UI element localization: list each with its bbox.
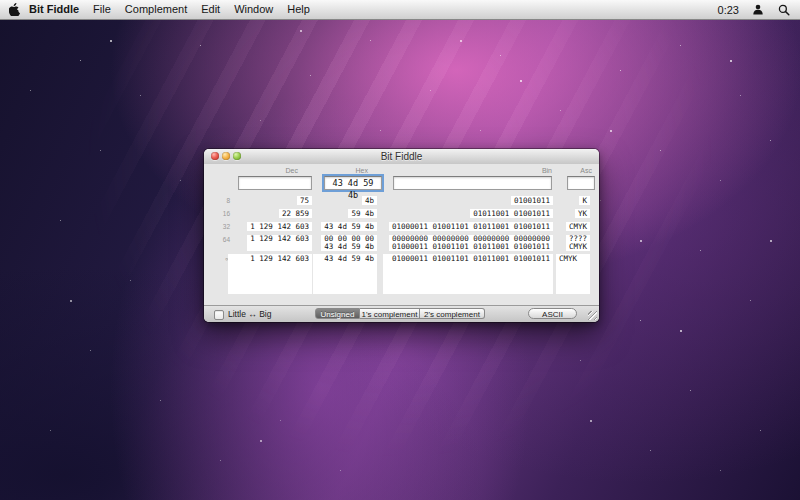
menu-edit[interactable]: Edit: [194, 0, 227, 19]
menu-bar: Bit Fiddle File Complement Edit Window H…: [0, 0, 800, 20]
little-big-checkbox[interactable]: [214, 310, 224, 320]
column-header-bin: Bin: [542, 167, 552, 174]
dec-value: 75: [297, 196, 312, 205]
bin-value: 01011001 01001011: [470, 209, 553, 218]
row-32bit: 32 1 129 142 603 43 4d 59 4b 01000011 01…: [204, 222, 599, 231]
segment-ones-complement[interactable]: 1's complement: [360, 308, 420, 319]
asc-value: CMYK: [556, 254, 590, 294]
dec-value: 1 129 142 603: [247, 235, 312, 251]
converter-panel: Dec Hex Bin Asc 43 4d 59 4b 8 75 4b 0100…: [204, 164, 599, 306]
bin-input[interactable]: [393, 176, 552, 190]
complement-segmented-control: Unsigned 1's complement 2's complement: [315, 308, 485, 319]
bin-value: 00000000 00000000 00000000 0000000001000…: [389, 235, 553, 251]
user-switch-icon[interactable]: [745, 3, 771, 16]
hex-value: 43 4d 59 4b: [321, 222, 377, 231]
apple-icon[interactable]: [9, 3, 20, 16]
window-controls: [211, 152, 241, 160]
row-label: 64: [204, 235, 230, 244]
hex-value: 00 00 00 0043 4d 59 4b: [321, 235, 377, 251]
bin-value: 01000011 01001101 01011001 01001011: [389, 222, 553, 231]
row-label: 8: [204, 196, 230, 205]
hex-value: 43 4d 59 4b: [313, 254, 377, 294]
bin-value: 01000011 01001101 01011001 01001011: [383, 254, 553, 294]
menu-file[interactable]: File: [86, 0, 118, 19]
asc-input[interactable]: [567, 176, 595, 190]
asc-value: K: [579, 196, 590, 205]
spotlight-search-icon[interactable]: [771, 4, 800, 16]
row-label: 32: [204, 222, 230, 231]
dec-value: 1 129 142 603: [247, 222, 312, 231]
hex-input[interactable]: 43 4d 59 4b: [324, 176, 382, 190]
row-16bit: 16 22 859 59 4b 01011001 01001011 YK: [204, 209, 599, 218]
ascii-button[interactable]: ASCII: [528, 308, 577, 319]
menu-complement[interactable]: Complement: [118, 0, 194, 19]
dec-input[interactable]: [238, 176, 312, 190]
asc-value: CMYK: [566, 222, 590, 231]
row-label: 16: [204, 209, 230, 218]
dec-value: 1 129 142 603: [228, 254, 312, 294]
asc-value: YK: [575, 209, 590, 218]
window-title: Bit Fiddle: [204, 149, 599, 164]
resize-grip[interactable]: [588, 311, 597, 320]
row-arbitrary: ∞ 1 129 142 603 43 4d 59 4b 01000011 010…: [204, 254, 599, 263]
row-8bit: 8 75 4b 01001011 K: [204, 196, 599, 205]
title-bar[interactable]: Bit Fiddle: [204, 149, 599, 165]
segment-twos-complement[interactable]: 2's complement: [420, 308, 485, 319]
menu-clock[interactable]: 0:23: [712, 4, 745, 16]
zoom-button[interactable]: [233, 152, 241, 160]
row-label: ∞: [204, 254, 230, 263]
segment-unsigned[interactable]: Unsigned: [315, 308, 360, 319]
screen: Bit Fiddle File Complement Edit Window H…: [0, 0, 800, 500]
bit-fiddle-window: Bit Fiddle Dec Hex Bin Asc 43 4d 59 4b 8…: [204, 149, 599, 322]
menu-help[interactable]: Help: [280, 0, 317, 19]
asc-value: ????CMYK: [566, 235, 590, 251]
footer-bar: Little ↔ Big Unsigned 1's complement 2's…: [204, 305, 599, 322]
hex-value: 59 4b: [348, 209, 377, 218]
column-header-hex: Hex: [356, 167, 368, 174]
little-big-label: Little ↔ Big: [228, 306, 271, 322]
close-button[interactable]: [211, 152, 219, 160]
minimize-button[interactable]: [222, 152, 230, 160]
dec-value: 22 859: [279, 209, 312, 218]
column-header-asc: Asc: [580, 167, 592, 174]
menu-app-name[interactable]: Bit Fiddle: [22, 0, 86, 19]
row-64bit: 64 1 129 142 603 00 00 00 0043 4d 59 4b …: [204, 235, 599, 251]
column-header-dec: Dec: [286, 167, 298, 174]
menu-window[interactable]: Window: [227, 0, 280, 19]
hex-value: 4b: [362, 196, 377, 205]
bin-value: 01001011: [511, 196, 553, 205]
